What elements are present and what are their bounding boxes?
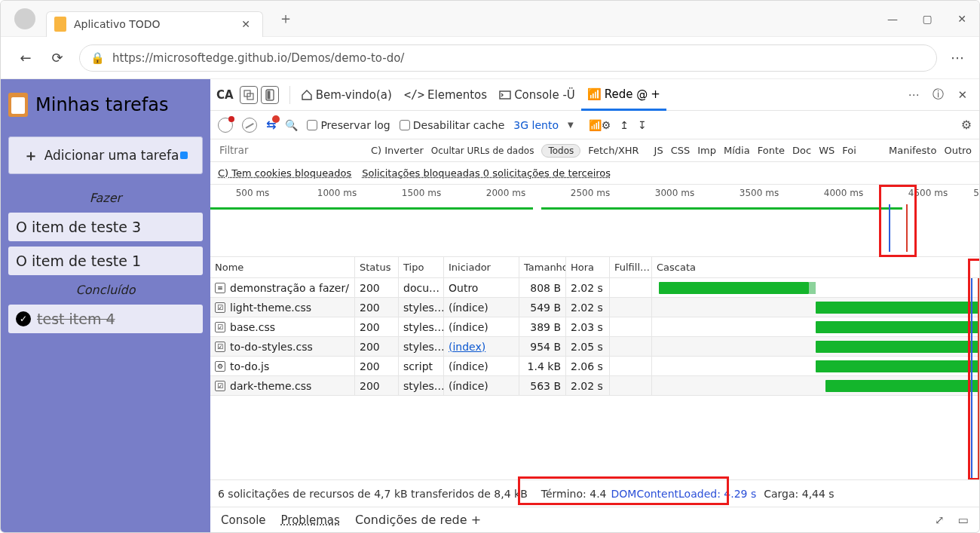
hide-data-urls-checkbox[interactable]: Ocultar URLs de dados — [431, 145, 534, 156]
filter-input[interactable] — [218, 144, 363, 157]
drawer-dock-icon[interactable]: ▭ — [958, 513, 969, 527]
type-filter[interactable]: Doc — [792, 145, 811, 156]
back-button[interactable]: ← — [14, 47, 37, 69]
type-filter[interactable]: Manifesto — [889, 145, 936, 156]
tab-welcome[interactable]: Bem-vindo(a) — [295, 79, 398, 111]
svg-rect-3 — [267, 90, 270, 99]
timeline-overview[interactable]: 500 ms1000 ms1500 ms2000 ms2500 ms3000 m… — [210, 185, 979, 257]
col-time[interactable]: Hora — [566, 257, 610, 277]
drawer-tab-problems[interactable]: Problemas — [281, 513, 340, 527]
table-row[interactable]: ☑dark-theme.css200styles…(índice)563 B2.… — [210, 376, 979, 396]
add-task-button[interactable]: ＋ Adicionar uma tarefa — [8, 136, 203, 174]
tab-elements[interactable]: </> Elementos — [398, 79, 493, 111]
drawer-expand-icon[interactable]: ⤢ — [935, 513, 945, 527]
profile-avatar[interactable] — [14, 8, 35, 29]
disable-cache-checkbox[interactable]: Desabilitar cache — [400, 119, 505, 131]
refresh-button[interactable]: ⟳ — [46, 47, 69, 69]
col-size[interactable]: Tamanho — [519, 257, 566, 277]
star-badge — [180, 152, 188, 159]
table-row[interactable]: ☑to-do-styles.css200styles…(index)954 B2… — [210, 337, 979, 357]
devtools-prefix: CA — [216, 88, 234, 102]
blocked-requests-filter[interactable]: Solicitações bloqueadas 0 solicitações d… — [362, 167, 611, 179]
task-item[interactable]: O item de teste 3 — [8, 213, 203, 241]
throttle-select[interactable]: 3G lento — [513, 119, 559, 131]
timeline-ticks: 500 ms1000 ms1500 ms2000 ms2500 ms3000 m… — [210, 185, 979, 201]
devtools-panel: CA Bem-vindo(a) </> Elementos Console -Ü — [210, 79, 979, 532]
devtools-more-icon[interactable]: ⋯ — [908, 88, 919, 102]
svg-rect-4 — [500, 91, 510, 99]
type-filter[interactable]: Outro — [944, 145, 972, 156]
type-filter[interactable]: Fetch/XHR — [588, 145, 639, 156]
settings-icon[interactable]: ⚙ — [961, 118, 972, 132]
table-row[interactable]: ☑light-theme.css200styles…(índice)549 B2… — [210, 298, 979, 317]
devtools-help-icon[interactable]: ⓘ — [933, 87, 944, 102]
devtools-drawer: Console Problemas Condições de rede + ⤢ … — [210, 507, 979, 532]
network-conditions-icon[interactable]: 📶⚙ — [589, 119, 611, 131]
record-button[interactable] — [218, 118, 233, 133]
col-fulfill[interactable]: Fulfill… — [610, 257, 652, 277]
col-initiator[interactable]: Iniciador — [444, 257, 519, 277]
type-filter[interactable]: WS — [819, 145, 835, 156]
highlight-annotation — [879, 185, 917, 257]
type-filter[interactable]: Fonte — [758, 145, 785, 156]
browser-tab[interactable]: Aplicativo TODO ✕ — [46, 11, 263, 37]
clipboard-icon — [8, 93, 28, 117]
type-filter-all[interactable]: Todos — [541, 144, 580, 158]
window-controls: — ▢ ✕ — [875, 4, 979, 34]
page-title: Minhas tarefas — [8, 93, 203, 117]
table-row[interactable]: ☑base.css200styles…(índice)389 B2.03 s — [210, 317, 979, 337]
type-filter[interactable]: Foi — [842, 145, 856, 156]
address-bar-row: ← ⟳ 🔒 https://microsoftedge.github.io/De… — [1, 37, 979, 79]
task-item[interactable]: O item de teste 1 — [8, 247, 203, 275]
drawer-tab-network-conditions[interactable]: Condições de rede + — [355, 513, 481, 527]
table-row[interactable]: ⚙to-do.js200script(índice)1.4 kB2.06 s — [210, 357, 979, 376]
table-row[interactable]: ≡demonstração a fazer/200docu…Outro808 B… — [210, 278, 979, 298]
type-filter[interactable]: Mídia — [724, 145, 750, 156]
col-type[interactable]: Tipo — [399, 257, 444, 277]
browser-window: Aplicativo TODO ✕ ＋ — ▢ ✕ ← ⟳ 🔒 https://… — [0, 0, 980, 533]
search-icon[interactable]: 🔍 — [285, 119, 298, 131]
tab-close-icon[interactable]: ✕ — [237, 18, 255, 30]
drawer-tab-console[interactable]: Console — [221, 513, 266, 527]
download-har-icon[interactable]: ↧ — [638, 119, 647, 131]
devtools-main-tabs: CA Bem-vindo(a) </> Elementos Console -Ü — [210, 79, 979, 111]
minimize-button[interactable]: — — [875, 4, 910, 34]
tab-title: Aplicativo TODO — [74, 18, 237, 30]
new-tab-button[interactable]: ＋ — [278, 8, 293, 29]
plus-icon: ＋ — [23, 146, 38, 166]
network-toolbar: ⇆ 🔍 Preservar log Desabilitar cache 3G l… — [210, 111, 979, 139]
summary-text: 6 solicitações de recursos de 4,7 kB tra… — [218, 488, 528, 500]
invert-checkbox[interactable]: C) Inverter — [371, 145, 424, 156]
task-item-done[interactable]: ✓ test item 4 — [8, 305, 203, 333]
throttle-caret-icon[interactable]: ▼ — [568, 121, 574, 129]
close-window-button[interactable]: ✕ — [945, 4, 979, 34]
col-status[interactable]: Status — [355, 257, 399, 277]
col-name[interactable]: Nome — [210, 257, 355, 277]
section-done-heading: Concluído — [8, 283, 203, 297]
devtools-close-icon[interactable]: ✕ — [957, 88, 967, 102]
finish-label: Término: 4.4 — [541, 488, 607, 500]
type-filter[interactable]: Imp — [697, 145, 716, 156]
page-favicon — [54, 17, 66, 32]
url-box[interactable]: 🔒 https://microsoftedge.github.io/Demos/… — [79, 44, 937, 72]
tab-network[interactable]: 📶 Rede @ + — [581, 79, 666, 111]
load-label: Carga: 4,44 s — [764, 488, 834, 500]
inspect-icon[interactable] — [240, 86, 258, 104]
section-todo-heading: Fazer — [8, 191, 203, 205]
upload-har-icon[interactable]: ↥ — [620, 119, 629, 131]
titlebar: Aplicativo TODO ✕ ＋ — ▢ ✕ — [1, 1, 979, 37]
network-filter-row-2: C) Tem cookies bloqueados Solicitações b… — [210, 162, 979, 185]
browser-menu-button[interactable]: ⋯ — [951, 50, 964, 66]
maximize-button[interactable]: ▢ — [910, 4, 945, 34]
check-icon: ✓ — [16, 311, 31, 326]
clear-button[interactable] — [242, 118, 257, 133]
filter-toggle-icon[interactable]: ⇆ — [266, 118, 276, 132]
tab-console[interactable]: Console -Ü — [493, 79, 581, 111]
preserve-log-checkbox[interactable]: Preservar log — [307, 119, 390, 131]
todo-app: Minhas tarefas ＋ Adicionar uma tarefa Fa… — [1, 79, 210, 532]
type-filter[interactable]: JS — [654, 145, 663, 156]
col-waterfall[interactable]: Cascata — [652, 257, 979, 277]
device-toggle-icon[interactable] — [261, 86, 279, 104]
type-filter[interactable]: CSS — [671, 145, 691, 156]
blocked-cookies-filter[interactable]: C) Tem cookies bloqueados — [218, 167, 351, 179]
